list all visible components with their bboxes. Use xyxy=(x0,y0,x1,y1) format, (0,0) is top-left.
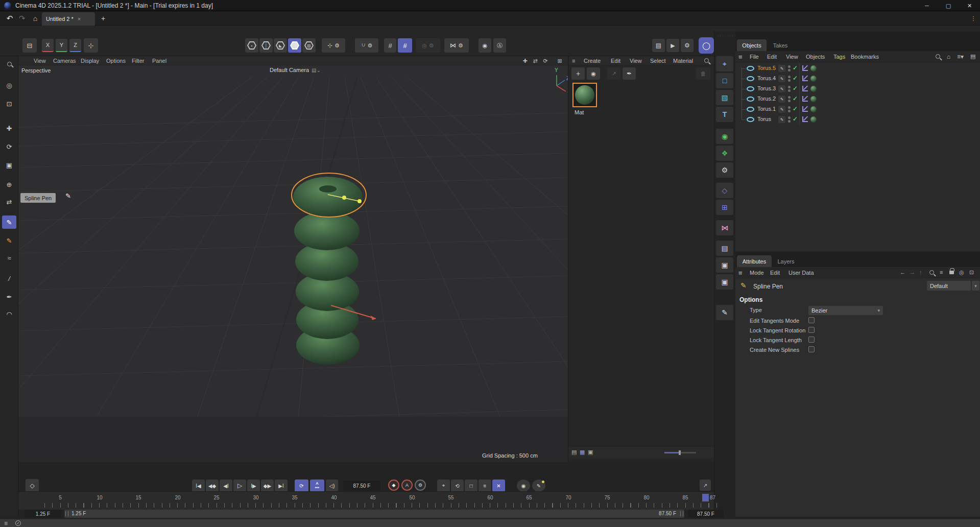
x-axis-lock-button[interactable]: X xyxy=(42,39,54,52)
current-frame-field[interactable]: 87.50 F xyxy=(343,481,380,491)
attr-up-icon[interactable]: ↑ xyxy=(919,269,922,275)
scale-tool[interactable]: ▣ xyxy=(2,158,16,172)
material-arrow-button[interactable]: ↗ xyxy=(607,67,620,80)
snap-button[interactable]: ∩⚙ xyxy=(355,38,378,53)
edit-pencil-icon[interactable]: ✎ xyxy=(778,95,785,103)
polygons-mode-button[interactable]: ◣ xyxy=(274,38,287,53)
visibility-dots-icon[interactable] xyxy=(788,65,791,68)
enable-check-icon[interactable]: ✓ xyxy=(793,105,798,112)
coordinate-system-icon[interactable]: ⊹ xyxy=(84,38,98,53)
visibility-dots-icon2[interactable] xyxy=(788,79,791,82)
material-tag-icon[interactable] xyxy=(810,65,817,71)
tab-objects[interactable]: Objects xyxy=(737,39,767,51)
material-tag-icon[interactable] xyxy=(810,116,817,123)
material-icon-view-icon[interactable]: ▣ xyxy=(588,449,593,456)
xpresso-icon[interactable]: ⊞ xyxy=(716,200,733,215)
spline-primitive-icon[interactable]: □ xyxy=(716,73,733,88)
material-menu-create[interactable]: Create xyxy=(584,58,601,64)
material-sphere-button[interactable]: ◉ xyxy=(587,67,600,80)
visibility-dots-icon2[interactable] xyxy=(788,100,791,102)
attr-back-icon[interactable]: ← xyxy=(900,269,905,275)
status-menu-icon[interactable]: ≡ xyxy=(4,520,8,527)
material-tag-icon[interactable] xyxy=(810,96,817,102)
object-row[interactable]: Torus.2 ✎ ✓ xyxy=(735,94,980,104)
attr-lock-icon[interactable] xyxy=(949,268,954,275)
material-list-view-icon[interactable]: ▤ xyxy=(571,449,577,456)
edges-mode-button[interactable]: │ xyxy=(259,38,273,53)
play-button[interactable]: ▷ xyxy=(233,480,246,492)
texture-mode-button[interactable]: ▨ xyxy=(302,38,316,53)
range-grip-left[interactable] xyxy=(65,511,68,516)
camera-menu-icon[interactable]: ▤⌄ xyxy=(312,67,321,73)
phong-tag-icon[interactable] xyxy=(802,106,808,112)
close-button[interactable]: ✕ xyxy=(959,0,980,11)
render-settings-button[interactable]: ⚙ xyxy=(681,39,694,52)
rectangle-selection-tool[interactable]: ⊡ xyxy=(2,97,16,110)
object-row[interactable]: Torus ✎ ✓ xyxy=(735,114,980,125)
object-name[interactable]: Torus.3 xyxy=(757,85,776,91)
motext-icon[interactable]: T xyxy=(716,107,733,122)
y-axis-lock-button[interactable]: Y xyxy=(56,39,67,52)
attribute-menu-userdata[interactable]: User Data xyxy=(788,270,814,276)
camera-icon[interactable]: ▣ xyxy=(716,257,733,273)
tab-layers[interactable]: Layers xyxy=(773,255,799,267)
material-tag-icon[interactable] xyxy=(810,106,817,112)
object-menu-file[interactable]: File xyxy=(750,54,759,60)
viewport-camera-label[interactable]: Default Camera ▤⌄ xyxy=(270,67,321,73)
object-panel-menu-icon[interactable]: ▤ xyxy=(970,53,975,60)
phong-tag-icon[interactable] xyxy=(802,95,808,102)
enable-check-icon[interactable]: ✓ xyxy=(793,85,798,92)
attribute-hamburger-icon[interactable]: ≡ xyxy=(738,269,743,277)
lock-rotation-checkbox[interactable] xyxy=(808,327,815,333)
mirror-tool[interactable]: ⇄ xyxy=(2,195,16,208)
tab-attributes[interactable]: Attributes xyxy=(737,255,772,267)
keyframe-diamond-button[interactable]: ◇ xyxy=(26,479,39,492)
viewport-menu-display[interactable]: Display xyxy=(81,58,99,64)
object-search-icon[interactable] xyxy=(936,54,940,59)
tab-takes[interactable]: Takes xyxy=(768,39,793,51)
search-commander-icon[interactable] xyxy=(2,57,16,70)
visibility-dots-icon2[interactable] xyxy=(788,69,791,71)
render-clapper-icon[interactable]: ▤ xyxy=(716,241,733,256)
edit-pencil-icon[interactable]: ✎ xyxy=(778,65,785,72)
viewport-zoom-icon[interactable]: ⇄ xyxy=(531,57,539,64)
autokey-button[interactable]: A xyxy=(401,480,413,491)
deformer-icon[interactable]: ◇ xyxy=(716,183,733,198)
material-name-label[interactable]: Mat xyxy=(575,109,584,115)
attribute-menu-mode[interactable]: Mode xyxy=(750,270,764,276)
viewport-solo-auto-button[interactable]: Ⓐ xyxy=(493,38,506,53)
object-row[interactable]: Torus.4 ✎ ✓ xyxy=(735,74,980,84)
annotate-pencil-icon[interactable]: ✎ xyxy=(716,305,733,320)
material-trash-button[interactable]: 🗑 xyxy=(696,67,710,80)
move-tool[interactable]: ✚ xyxy=(2,122,16,135)
record-parameter-button[interactable]: ≡ xyxy=(479,480,491,492)
visibility-dots-icon2[interactable] xyxy=(788,110,791,112)
quantize-button[interactable]: # xyxy=(398,38,412,53)
slider-handle[interactable] xyxy=(679,450,681,455)
options-section-title[interactable]: Options xyxy=(739,296,762,303)
phong-tag-icon[interactable] xyxy=(802,75,808,82)
simulation-gear-icon[interactable]: ⚙ xyxy=(716,162,733,178)
edit-pencil-icon[interactable]: ✎ xyxy=(778,85,785,92)
new-tab-button[interactable]: + xyxy=(98,14,108,23)
home-icon[interactable]: ⌂ xyxy=(30,13,41,23)
playhead-marker[interactable] xyxy=(702,494,709,501)
visibility-dots-icon2[interactable] xyxy=(788,89,791,92)
workplane-icon[interactable]: ⊟ xyxy=(22,38,37,53)
spline-tools-icon[interactable]: ⌖ xyxy=(716,56,733,71)
interactive-render-region-button[interactable]: ◎⚙ xyxy=(416,38,440,53)
field-icon[interactable]: ◉ xyxy=(716,129,733,144)
object-menu-bookmarks[interactable]: Bookmarks xyxy=(851,54,879,60)
viewport-menu-panel[interactable]: Panel xyxy=(152,58,166,64)
object-menu-view[interactable]: View xyxy=(786,54,798,60)
torus-stack[interactable] xyxy=(293,177,363,365)
visibility-dots-icon[interactable] xyxy=(788,106,791,109)
range-grip-right[interactable] xyxy=(680,511,683,516)
status-ok-icon[interactable]: ✓ xyxy=(15,520,21,526)
material-menu-material[interactable]: Material xyxy=(673,58,693,64)
object-name[interactable]: Torus.5 xyxy=(757,65,776,71)
material-menu-select[interactable]: Select xyxy=(650,58,666,64)
viewport-menu-options[interactable]: Options xyxy=(106,58,126,64)
record-scale-button[interactable]: □ xyxy=(465,480,477,492)
phong-tag-icon[interactable] xyxy=(802,116,808,123)
